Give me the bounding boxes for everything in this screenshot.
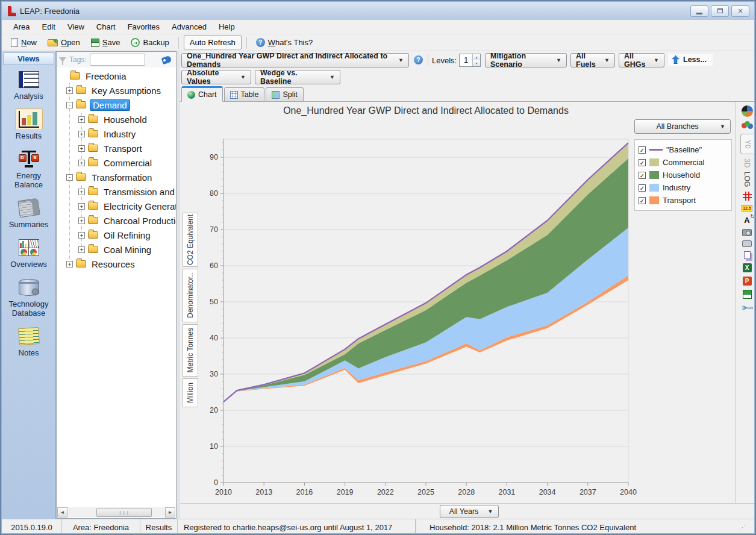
- views-header[interactable]: Views: [3, 52, 54, 65]
- tree-expand-toggle[interactable]: +: [78, 203, 85, 210]
- tree-expand-toggle[interactable]: -: [66, 102, 73, 108]
- 3d-toggle[interactable]: 3D: [743, 158, 751, 167]
- log-scale-toggle[interactable]: LOG: [743, 172, 751, 187]
- whats-this-button[interactable]: ?What's This?: [252, 37, 317, 48]
- export-excel-icon[interactable]: X: [743, 263, 752, 272]
- close-button[interactable]: ✕: [731, 5, 749, 17]
- levels-spinner[interactable]: 1 ▲▼: [459, 54, 481, 67]
- unit-box-denominator[interactable]: Denominator..: [183, 269, 198, 322]
- backup-button[interactable]: ➜Backup: [127, 37, 173, 48]
- view-item[interactable]: Summaries: [2, 197, 55, 229]
- spinner-down-icon[interactable]: ▼: [473, 60, 480, 66]
- branches-filter-dropdown[interactable]: All Branches▼: [634, 119, 731, 134]
- title-bar[interactable]: LEAP: Freedonia ✕: [2, 2, 754, 20]
- result-variable-dropdown[interactable]: One_Hundred Year GWP Direct and Indirect…: [181, 53, 409, 67]
- auto-refresh-toggle[interactable]: Auto Refresh: [184, 36, 242, 49]
- rotate-labels-icon[interactable]: A: [744, 216, 749, 225]
- decimals-icon[interactable]: 12.5: [742, 205, 752, 211]
- y-origin-toggle[interactable]: Y0: [740, 134, 754, 154]
- scroll-left-arrow[interactable]: ◄: [57, 507, 67, 518]
- tree-item[interactable]: + Key Assumptions: [57, 83, 176, 98]
- legend-checkbox[interactable]: ✓: [639, 184, 646, 192]
- tree-item[interactable]: + Electricity Generation: [57, 199, 176, 213]
- unit-box-metric-tonnes[interactable]: Metric Tonnes: [183, 324, 198, 377]
- tree-expand-toggle[interactable]: +: [78, 189, 85, 195]
- menu-item[interactable]: View: [62, 21, 90, 33]
- export-powerpoint-icon[interactable]: P: [743, 277, 752, 286]
- view-item[interactable]: Technology Database: [2, 277, 55, 318]
- tree-horizontal-scrollbar[interactable]: ◄ | | | ►: [57, 507, 175, 518]
- scenario-dropdown[interactable]: Mitigation Scenario▼: [485, 53, 567, 67]
- menu-item[interactable]: Edit: [36, 21, 60, 33]
- unit-box-co2-equivalent[interactable]: CO2 Equivalent: [183, 213, 198, 267]
- legend-row[interactable]: ✓"Baseline": [639, 143, 728, 156]
- tab[interactable]: Chart: [181, 86, 223, 102]
- tree-expand-toggle[interactable]: +: [66, 261, 73, 268]
- resize-grip[interactable]: ⋰: [739, 524, 748, 531]
- tree-expand-toggle[interactable]: +: [78, 145, 85, 152]
- menu-item[interactable]: Advanced: [166, 21, 212, 33]
- menu-item[interactable]: Favorites: [122, 21, 165, 33]
- levels-value[interactable]: 1: [460, 54, 472, 66]
- legend-row[interactable]: ✓Transport: [639, 194, 728, 207]
- save-chart-icon[interactable]: [743, 290, 752, 299]
- legend-row[interactable]: ✓Industry: [639, 181, 728, 194]
- tree-item[interactable]: + Oil Refining: [57, 228, 176, 242]
- tab[interactable]: Split: [266, 87, 303, 101]
- tree-expand-toggle[interactable]: -: [66, 174, 73, 181]
- legend-checkbox[interactable]: ✓: [639, 197, 646, 204]
- menu-item[interactable]: Chart: [91, 21, 121, 33]
- view-item[interactable]: Notes: [2, 325, 55, 357]
- view-item[interactable]: Analysis: [2, 69, 55, 101]
- spinner-up-icon[interactable]: ▲: [473, 54, 480, 60]
- menu-item[interactable]: Area: [8, 21, 35, 33]
- tree-expand-toggle[interactable]: +: [78, 160, 85, 166]
- legend-row[interactable]: ✓Commercial: [639, 156, 728, 169]
- years-filter-dropdown[interactable]: All Years▼: [440, 505, 499, 518]
- tree-expand-toggle[interactable]: +: [78, 246, 85, 253]
- tag-icon[interactable]: [161, 55, 172, 64]
- gridlines-toggle-icon[interactable]: [743, 192, 752, 201]
- restore-button[interactable]: [711, 5, 729, 17]
- panel-splitter[interactable]: [177, 51, 180, 519]
- minimize-button[interactable]: [690, 5, 708, 17]
- view-item[interactable]: Results: [2, 108, 55, 140]
- menu-item[interactable]: Help: [213, 21, 240, 33]
- copy-image-icon[interactable]: [742, 229, 752, 236]
- tree-item[interactable]: - Demand: [57, 98, 176, 112]
- legend-row[interactable]: ✓Household: [639, 169, 728, 181]
- tree-item[interactable]: + Industry: [57, 127, 176, 141]
- view-item[interactable]: Overviews: [2, 237, 55, 269]
- tree-item[interactable]: + Transmission and Distribution: [57, 184, 176, 199]
- tree-expand-toggle[interactable]: +: [78, 232, 85, 239]
- legend-checkbox[interactable]: ✓: [639, 146, 646, 154]
- less-options-button[interactable]: Less...: [668, 54, 713, 66]
- tree-item[interactable]: + Commercial: [57, 155, 176, 170]
- tree-expand-toggle[interactable]: +: [66, 87, 73, 94]
- legend-checkbox[interactable]: ✓: [639, 159, 646, 166]
- tags-input[interactable]: [90, 54, 145, 66]
- variable-help-icon[interactable]: ?: [414, 55, 423, 64]
- tree-item[interactable]: - Transformation: [57, 170, 176, 184]
- chart-type-icon[interactable]: [742, 105, 753, 117]
- unit-box-million[interactable]: Million: [183, 378, 198, 407]
- scrollbar-thumb[interactable]: | | |: [96, 508, 152, 517]
- chart-colors-icon[interactable]: [745, 121, 750, 127]
- chart-settings-wrench-icon[interactable]: 🔧: [740, 301, 754, 315]
- tree-expand-toggle[interactable]: +: [78, 217, 85, 224]
- new-button[interactable]: New: [7, 37, 41, 48]
- legend-checkbox[interactable]: ✓: [639, 172, 646, 179]
- open-button[interactable]: Open: [43, 37, 84, 48]
- view-item[interactable]: Energy Balance: [2, 148, 55, 189]
- tree-item[interactable]: + Resources: [57, 257, 176, 271]
- tree-item[interactable]: + Coal Mining: [57, 242, 176, 257]
- tree-item[interactable]: Freedonia: [57, 69, 176, 83]
- values-mode-dropdown[interactable]: Absolute Values▼: [181, 70, 251, 84]
- print-icon[interactable]: [742, 240, 752, 247]
- save-button[interactable]: Save: [87, 37, 125, 48]
- tree-item[interactable]: + Transport: [57, 141, 176, 155]
- scroll-right-arrow[interactable]: ►: [165, 507, 175, 518]
- chart-mode-dropdown[interactable]: Wedge vs. Baseline▼: [255, 70, 340, 84]
- ghgs-dropdown[interactable]: All GHGs▼: [619, 53, 664, 67]
- tree-item[interactable]: + Charcoal Production: [57, 213, 176, 228]
